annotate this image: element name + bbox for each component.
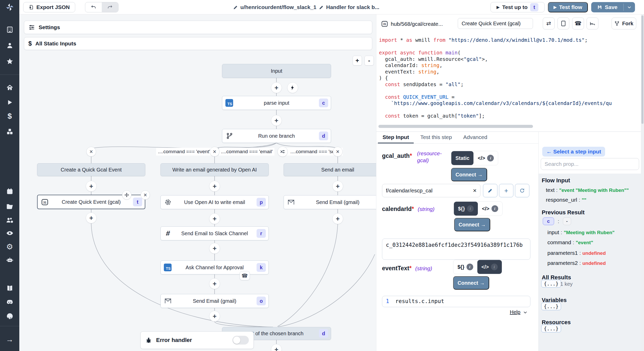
tab-test-this-step[interactable]: Test this step [416, 132, 457, 143]
folders-icon[interactable] [0, 201, 19, 212]
windmill-logo[interactable] [0, 0, 19, 14]
mode-code[interactable]: </>i [477, 260, 502, 274]
info-icon[interactable]: i [487, 155, 494, 161]
node-send-email-slack[interactable]: # Send Email to Slack Channel r [160, 226, 269, 240]
tab-step-input[interactable]: Step Input [378, 132, 414, 143]
info-icon[interactable]: i [492, 205, 498, 212]
flow-canvas[interactable]: Settings $ All Static Inputs + - Input +… [19, 14, 376, 351]
tab-advanced[interactable]: Advanced [459, 132, 492, 143]
redo-button[interactable] [102, 2, 118, 12]
home-icon[interactable] [0, 82, 19, 93]
resource-picker-input[interactable]: f/calendar/escp_cal × [382, 184, 480, 197]
test-up-to-button[interactable]: ▶ Test up to t [490, 2, 545, 12]
node-send-email-gmail-mid[interactable]: Send Email (gmail) o [160, 294, 269, 308]
prop-row[interactable]: text:"event "Meeting with Ruben"" [546, 187, 629, 193]
sync-script-button[interactable]: ⇄ [543, 18, 555, 29]
code-lines[interactable]: import * as wmill from "https://deno.lan… [379, 37, 639, 124]
flow-summary-breadcrumb[interactable]: Handler for slack b... [319, 0, 379, 14]
insert-step-button[interactable]: + [209, 243, 220, 254]
delete-step-button[interactable]: × [141, 190, 150, 200]
collapse-badge[interactable]: - [563, 217, 571, 225]
eventtext-value-editor[interactable]: 1 results.c.input [382, 296, 530, 307]
prop-row[interactable]: parameters1:undefined [547, 250, 606, 256]
node-input[interactable]: Input [222, 64, 331, 78]
node-run-one-branch[interactable]: Run one branch d [222, 129, 331, 143]
remove-branch-button[interactable]: × [210, 147, 219, 157]
hub-script-path[interactable]: hub/568/gcal/create... [391, 21, 443, 27]
mode-static[interactable]: Static [451, 151, 473, 165]
insert-step-button[interactable]: + [209, 278, 220, 289]
undo-button[interactable] [85, 2, 102, 12]
branch-header-send-email[interactable]: Send an email [284, 163, 376, 176]
variables-expand-chip[interactable]: {...} [541, 303, 561, 310]
flow-path-breadcrumb[interactable]: u/henricourdent/flow_slack_1 [233, 0, 316, 14]
export-json-button[interactable]: Export JSON [23, 2, 75, 12]
info-icon[interactable]: i [491, 264, 498, 270]
error-handler-toggle[interactable] [232, 336, 249, 345]
prop-row[interactable]: response_url:"" [546, 197, 586, 203]
resources-cubes-icon[interactable] [0, 126, 19, 137]
resources-expand-chip[interactable]: {...} [541, 325, 561, 332]
prop-row[interactable]: command:"event" [547, 239, 593, 246]
user-icon[interactable] [0, 40, 19, 51]
audit-eye-icon[interactable] [0, 227, 19, 239]
node-openai-write-email[interactable]: Use Open AI to write email p [160, 195, 269, 209]
horizontal-scrollbar-thumb[interactable] [378, 125, 533, 128]
scrollbar-thumb[interactable] [641, 15, 643, 124]
runs-play-icon[interactable] [0, 97, 19, 108]
connect-button-calendarid[interactable]: Connect → [454, 218, 490, 231]
save-button[interactable]: Save [591, 4, 623, 10]
shuffle-branches-button[interactable] [277, 146, 288, 157]
page-scrollbar[interactable] [641, 14, 644, 351]
docs-book-icon[interactable] [0, 283, 19, 294]
trigger-bolt-button[interactable] [287, 82, 298, 93]
prop-row[interactable]: parameters2:undefined [547, 260, 606, 266]
node-send-email-gmail-right[interactable]: Send Email (gmail) [284, 195, 376, 209]
workers-robot-icon[interactable] [0, 254, 19, 266]
insert-step-button[interactable]: + [86, 181, 97, 192]
info-icon[interactable]: i [467, 205, 474, 212]
prop-row[interactable]: input:"Meeting with Ruben" [547, 229, 615, 235]
discord-icon[interactable] [0, 297, 19, 308]
insert-step-button[interactable]: + [86, 213, 97, 223]
step-id-badge[interactable]: c [543, 217, 554, 225]
schedules-calendar-icon[interactable] [0, 186, 19, 197]
mode-code[interactable]: </>i [473, 151, 498, 165]
previous-result-badges[interactable]: c : - [543, 217, 571, 225]
mode-template[interactable]: ${}i [453, 260, 477, 274]
favorites-star-icon[interactable] [0, 56, 19, 67]
remove-branch-button[interactable]: × [86, 147, 96, 157]
insert-step-button[interactable]: + [271, 115, 282, 126]
workspace-icon[interactable] [0, 24, 19, 35]
insert-step-button[interactable]: + [332, 213, 343, 224]
insert-step-button[interactable]: + [209, 181, 220, 192]
calendarid-value-editor[interactable]: c_0312442e881ae6fcf1dec23f54916a389f1c17… [382, 239, 530, 260]
edit-resource-button[interactable] [483, 184, 497, 197]
fork-button[interactable]: Fork [612, 18, 636, 29]
module-box-button[interactable] [557, 18, 569, 29]
save-more-button[interactable] [624, 5, 635, 10]
all-results-expand-chip[interactable]: {...} [541, 280, 561, 288]
info-icon[interactable]: i [467, 264, 473, 270]
connect-button-gcal-auth[interactable]: Connect → [451, 168, 487, 181]
add-resource-button[interactable]: + [499, 184, 513, 197]
step-name-input[interactable]: Create Quick Event (gcal) [458, 18, 533, 29]
move-step-button[interactable] [122, 190, 131, 200]
branch-header-openai-email[interactable]: Write an email generated by Open AI [160, 163, 269, 176]
remove-branch-button[interactable]: × [333, 147, 343, 157]
connect-button-eventtext[interactable]: Connect → [453, 276, 489, 290]
insert-step-button[interactable]: + [271, 82, 282, 93]
insert-step-button[interactable]: + [209, 311, 220, 322]
node-ask-channel-approval[interactable]: TS Ask Channel for Approval k [160, 260, 269, 274]
branch-header-gcal[interactable]: Create a Quick Gcal Event [37, 163, 145, 176]
node-parse-input[interactable]: TS parse input c [222, 96, 331, 110]
insert-step-button[interactable]: + [209, 213, 220, 224]
mode-code[interactable]: </>i [478, 202, 502, 216]
suspend-phone-button[interactable]: ☎ [572, 18, 584, 29]
clear-x-icon[interactable]: × [473, 187, 477, 194]
github-icon[interactable] [0, 311, 19, 322]
search-prop-input[interactable]: Search prop... [541, 158, 639, 170]
mode-template[interactable]: ${}i [454, 202, 478, 216]
settings-gear-icon[interactable]: ⚙ [0, 241, 19, 252]
expand-sidebar-arrow-icon[interactable]: → [0, 334, 19, 345]
